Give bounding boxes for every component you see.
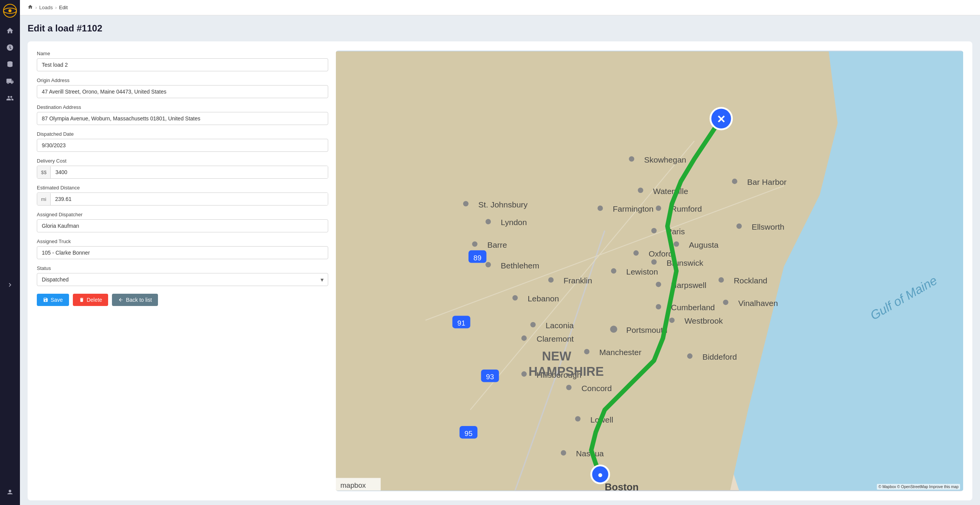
assigned-truck-input[interactable] bbox=[37, 246, 328, 259]
action-buttons: Save Delete Back to list bbox=[37, 294, 328, 306]
svg-point-49 bbox=[472, 241, 477, 247]
svg-text:NEW: NEW bbox=[542, 349, 571, 363]
delivery-cost-input[interactable] bbox=[51, 166, 328, 178]
back-to-list-label: Back to list bbox=[126, 297, 152, 303]
dispatched-date-label: Dispatched Date bbox=[37, 131, 328, 137]
svg-point-69 bbox=[597, 206, 603, 211]
svg-text:Lyndon: Lyndon bbox=[501, 218, 527, 227]
svg-point-5 bbox=[9, 490, 12, 492]
assigned-dispatcher-input[interactable] bbox=[37, 219, 328, 232]
svg-text:✕: ✕ bbox=[717, 114, 725, 125]
svg-point-2 bbox=[8, 9, 12, 12]
sidebar-item-trucks[interactable] bbox=[3, 74, 17, 88]
save-button[interactable]: Save bbox=[37, 294, 69, 306]
svg-point-37 bbox=[512, 295, 518, 301]
svg-point-43 bbox=[485, 262, 491, 267]
svg-text:Rumford: Rumford bbox=[671, 204, 702, 213]
breadcrumb: › Loads › Edit bbox=[20, 0, 980, 15]
svg-text:Ellsworth: Ellsworth bbox=[751, 222, 784, 231]
svg-point-35 bbox=[610, 326, 617, 333]
main-area: › Loads › Edit Edit a load #1102 Name Or… bbox=[20, 0, 980, 505]
back-to-list-button[interactable]: Back to list bbox=[112, 294, 158, 306]
page-area: Edit a load #1102 Name Origin Address De… bbox=[20, 15, 980, 505]
svg-text:95: 95 bbox=[464, 429, 472, 438]
svg-text:Westbrook: Westbrook bbox=[684, 316, 723, 325]
dispatched-date-group: Dispatched Date bbox=[37, 131, 328, 152]
svg-text:Lebanon: Lebanon bbox=[528, 294, 559, 303]
destination-group: Destination Address bbox=[37, 104, 328, 125]
svg-text:Franklin: Franklin bbox=[564, 276, 592, 285]
svg-point-41 bbox=[548, 277, 554, 283]
svg-text:mapbox: mapbox bbox=[340, 481, 366, 489]
svg-text:Oxford: Oxford bbox=[649, 249, 673, 258]
svg-text:Cumberland: Cumberland bbox=[671, 303, 715, 312]
delivery-cost-label: Delivery Cost bbox=[37, 158, 328, 164]
sidebar-item-users[interactable] bbox=[3, 91, 17, 105]
svg-point-39 bbox=[530, 322, 536, 327]
page-title: Edit a load #1102 bbox=[28, 23, 972, 34]
distance-prefix: mi bbox=[37, 193, 51, 205]
svg-point-47 bbox=[463, 201, 469, 206]
destination-input[interactable] bbox=[37, 112, 328, 125]
svg-text:93: 93 bbox=[486, 373, 494, 381]
svg-text:Vinalhaven: Vinalhaven bbox=[738, 299, 778, 308]
breadcrumb-loads[interactable]: Loads bbox=[39, 5, 53, 10]
svg-point-75 bbox=[629, 156, 634, 161]
svg-point-77 bbox=[737, 224, 742, 229]
save-label: Save bbox=[51, 297, 63, 303]
status-group: Status Dispatched Pending Delivered Canc… bbox=[37, 265, 328, 286]
svg-point-81 bbox=[719, 277, 724, 283]
dispatched-date-input[interactable] bbox=[37, 139, 328, 152]
svg-point-31 bbox=[521, 371, 527, 377]
sidebar-item-home[interactable] bbox=[3, 24, 17, 38]
status-select[interactable]: Dispatched Pending Delivered Cancelled bbox=[37, 273, 328, 286]
save-icon bbox=[43, 297, 48, 303]
svg-text:91: 91 bbox=[457, 319, 465, 327]
status-label: Status bbox=[37, 265, 328, 271]
svg-point-27 bbox=[566, 385, 572, 390]
svg-point-45 bbox=[485, 219, 491, 224]
estimated-distance-label: Estimated Distance bbox=[37, 185, 328, 191]
svg-point-85 bbox=[687, 354, 692, 359]
svg-text:Concord: Concord bbox=[581, 384, 612, 393]
svg-point-63 bbox=[656, 282, 661, 287]
delete-label: Delete bbox=[87, 297, 102, 303]
assigned-truck-group: Assigned Truck bbox=[37, 239, 328, 259]
svg-text:Laconia: Laconia bbox=[546, 321, 574, 330]
assigned-truck-label: Assigned Truck bbox=[37, 239, 328, 244]
delivery-cost-group: Delivery Cost $$ bbox=[37, 158, 328, 179]
name-group: Name bbox=[37, 51, 328, 71]
map-svg: Gulf of Maine 95 93 91 bbox=[336, 51, 963, 491]
svg-text:St. Johnsbury: St. Johnsbury bbox=[478, 200, 528, 209]
svg-text:Boston: Boston bbox=[605, 482, 638, 491]
estimated-distance-group: Estimated Distance mi bbox=[37, 185, 328, 206]
svg-point-83 bbox=[723, 299, 728, 305]
breadcrumb-home-icon bbox=[28, 4, 33, 11]
name-input[interactable] bbox=[37, 58, 328, 71]
delivery-cost-prefix: $$ bbox=[37, 166, 51, 178]
svg-text:Farmington: Farmington bbox=[613, 204, 653, 213]
svg-text:Rockland: Rockland bbox=[734, 276, 768, 285]
destination-label: Destination Address bbox=[37, 104, 328, 110]
breadcrumb-sep-1: › bbox=[35, 5, 37, 10]
back-icon bbox=[118, 297, 123, 303]
svg-text:Skowhegan: Skowhegan bbox=[644, 155, 686, 164]
svg-text:●: ● bbox=[597, 470, 603, 480]
user-avatar[interactable] bbox=[3, 487, 17, 501]
svg-point-55 bbox=[651, 228, 657, 233]
svg-text:Manchester: Manchester bbox=[599, 348, 641, 357]
edit-form: Name Origin Address Destination Address … bbox=[37, 51, 328, 491]
delete-button[interactable]: Delete bbox=[73, 294, 108, 306]
svg-point-67 bbox=[669, 317, 674, 323]
sidebar-item-database[interactable] bbox=[3, 58, 17, 71]
estimated-distance-input[interactable] bbox=[51, 193, 328, 205]
sidebar-expand-button[interactable] bbox=[3, 278, 17, 292]
svg-point-65 bbox=[656, 304, 661, 309]
svg-point-73 bbox=[638, 188, 643, 193]
origin-input[interactable] bbox=[37, 85, 328, 98]
svg-point-23 bbox=[561, 450, 566, 456]
sidebar-item-dashboard[interactable] bbox=[3, 41, 17, 54]
app-logo[interactable] bbox=[3, 4, 17, 18]
svg-text:Lewiston: Lewiston bbox=[626, 267, 658, 276]
breadcrumb-edit: Edit bbox=[59, 5, 67, 10]
